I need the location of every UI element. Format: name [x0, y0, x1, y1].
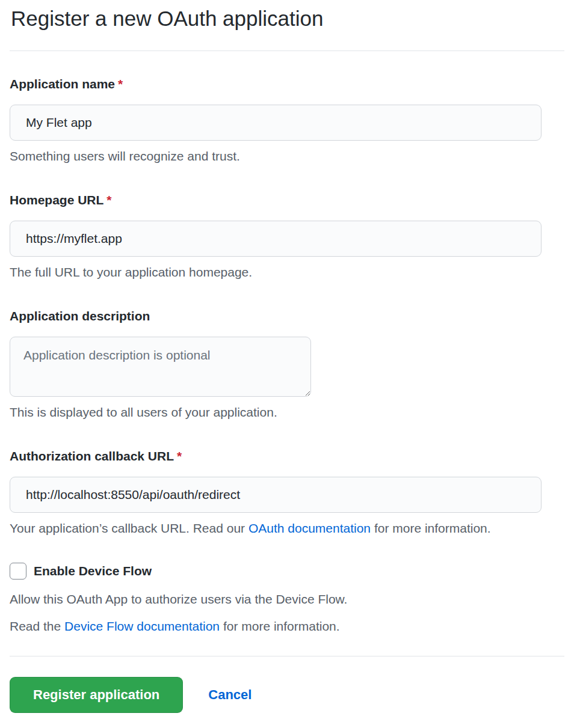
cancel-link[interactable]: Cancel	[208, 687, 252, 703]
callback-url-helper: Your application’s callback URL. Read ou…	[10, 519, 564, 537]
callback-url-label: Authorization callback URL*	[10, 447, 564, 465]
device-flow-row: Enable Device Flow	[10, 561, 564, 580]
application-description-textarea[interactable]	[10, 337, 311, 397]
callback-url-input[interactable]	[10, 477, 542, 513]
callback-url-helper-text-suffix: for more information.	[371, 521, 491, 535]
device-flow-helper: Allow this OAuth App to authorize users …	[10, 590, 564, 608]
application-description-group: Application description This is displaye…	[10, 307, 564, 421]
homepage-url-helper: The full URL to your application homepag…	[10, 263, 564, 281]
device-flow-docs-helper-suffix: for more information.	[220, 619, 340, 633]
homepage-url-group: Homepage URL* The full URL to your appli…	[10, 191, 564, 281]
oauth-registration-page: Register a new OAuth application Applica…	[0, 0, 574, 728]
enable-device-flow-checkbox[interactable]	[10, 563, 26, 580]
application-name-group: Application name* Something users will r…	[10, 75, 564, 165]
form-divider	[10, 656, 564, 656]
application-description-label-text: Application description	[10, 309, 150, 323]
enable-device-flow-label[interactable]: Enable Device Flow	[34, 561, 152, 580]
form-actions: Register application Cancel	[10, 677, 564, 713]
application-description-helper: This is displayed to all users of your a…	[10, 403, 564, 421]
callback-url-helper-text: Your application’s callback URL. Read ou…	[10, 521, 248, 535]
register-application-button[interactable]: Register application	[10, 677, 183, 713]
device-flow-docs-helper: Read the Device Flow documentation for m…	[10, 617, 564, 635]
application-name-label-text: Application name	[10, 77, 115, 91]
device-flow-group: Enable Device Flow Allow this OAuth App …	[10, 561, 564, 635]
application-description-label: Application description	[10, 307, 564, 325]
oauth-documentation-link[interactable]: OAuth documentation	[248, 521, 371, 535]
required-asterisk: *	[177, 449, 182, 463]
callback-url-label-text: Authorization callback URL	[10, 449, 174, 463]
required-asterisk: *	[106, 193, 111, 207]
device-flow-docs-helper-prefix: Read the	[10, 619, 64, 633]
homepage-url-label: Homepage URL*	[10, 191, 564, 209]
homepage-url-label-text: Homepage URL	[10, 193, 103, 207]
homepage-url-input[interactable]	[10, 221, 542, 257]
device-flow-documentation-link[interactable]: Device Flow documentation	[64, 619, 220, 633]
required-asterisk: *	[118, 77, 123, 91]
callback-url-group: Authorization callback URL* Your applica…	[10, 447, 564, 537]
application-name-input[interactable]	[10, 105, 542, 141]
register-oauth-form: Application name* Something users will r…	[10, 75, 564, 713]
page-title: Register a new OAuth application	[10, 0, 564, 51]
application-name-helper: Something users will recognize and trust…	[10, 147, 564, 165]
application-name-label: Application name*	[10, 75, 564, 93]
